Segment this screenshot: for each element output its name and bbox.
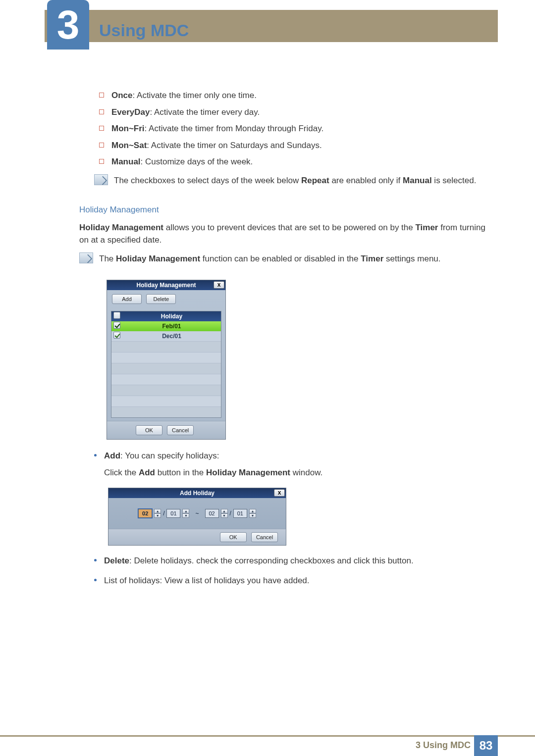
spin-up-icon: ▲ bbox=[182, 509, 189, 513]
note-manual-days: The checkboxes to select days of the wee… bbox=[94, 174, 493, 192]
timer-mode-item: Manual: Customize days of the week. bbox=[99, 155, 493, 168]
list-item: Add: You can specify holidays: Click the… bbox=[94, 450, 493, 546]
hm-toolbar: Add Delete bbox=[107, 290, 225, 308]
term: Delete bbox=[104, 556, 129, 565]
table-row-empty bbox=[111, 352, 221, 363]
table-row-empty bbox=[111, 374, 221, 385]
window-title-bar: Add Holiday x bbox=[108, 488, 286, 498]
spinner[interactable]: ▲▼ bbox=[221, 509, 228, 518]
window-title-bar: Holiday Management x bbox=[107, 280, 225, 290]
timer-mode-item: Mon~Sat: Activate the timer on Saturdays… bbox=[99, 139, 493, 152]
desc: : You can specify holidays: bbox=[120, 451, 219, 460]
note-text: The Holiday Management function can be e… bbox=[99, 252, 441, 265]
spinner[interactable]: ▲▼ bbox=[249, 509, 256, 518]
note-icon bbox=[79, 252, 93, 263]
row-checkbox[interactable] bbox=[113, 322, 120, 329]
spinner[interactable]: ▲▼ bbox=[182, 509, 189, 518]
spin-down-icon: ▼ bbox=[249, 513, 256, 518]
spin-down-icon: ▼ bbox=[154, 513, 161, 518]
spin-up-icon: ▲ bbox=[221, 509, 228, 513]
ok-button[interactable]: OK bbox=[136, 425, 162, 435]
footer-chapter-label: 3 Using MDC bbox=[416, 739, 471, 752]
term: Manual bbox=[111, 157, 141, 166]
table-row[interactable]: Dec/01 bbox=[111, 331, 221, 341]
desc: : Activate the timer from Monday through… bbox=[145, 124, 324, 133]
timer-mode-item: EveryDay: Activate the timer every day. bbox=[99, 106, 493, 119]
cancel-button[interactable]: Cancel bbox=[167, 425, 194, 435]
table-row[interactable]: Feb/01 bbox=[111, 321, 221, 331]
chapter-title: Using MDC bbox=[99, 18, 189, 43]
note-icon bbox=[94, 174, 108, 185]
timer-mode-list: Once: Activate the timer only one time. … bbox=[79, 89, 493, 168]
row-value: Feb/01 bbox=[122, 322, 221, 331]
holiday-table: Holiday Feb/01 Dec/01 bbox=[111, 311, 221, 418]
spinner[interactable]: ▲▼ bbox=[154, 509, 161, 518]
table-row-empty bbox=[111, 363, 221, 374]
to-day-input[interactable]: 01 bbox=[233, 509, 247, 518]
holiday-management-heading: Holiday Management bbox=[79, 203, 493, 216]
spin-down-icon: ▼ bbox=[182, 513, 189, 518]
desc: : Activate the timer every day. bbox=[150, 107, 260, 117]
add-substep: Click the Add button in the Holiday Mana… bbox=[104, 466, 493, 479]
note-hm-enable: The Holiday Management function can be e… bbox=[79, 252, 493, 270]
term: Mon~Fri bbox=[111, 124, 145, 133]
term: Mon~Sat bbox=[111, 141, 147, 150]
timer-mode-item: Once: Activate the timer only one time. bbox=[99, 89, 493, 102]
note-text: The checkboxes to select days of the wee… bbox=[114, 174, 476, 187]
term: EveryDay bbox=[111, 107, 150, 117]
cancel-button[interactable]: Cancel bbox=[251, 532, 278, 542]
add-holiday-window: Add Holiday x 02 ▲▼ / 01 ▲▼ ~ 02 ▲▼ / 01… bbox=[108, 488, 286, 546]
spin-up-icon: ▲ bbox=[154, 509, 161, 513]
date-range-row: 02 ▲▼ / 01 ▲▼ ~ 02 ▲▼ / 01 ▲▼ bbox=[108, 498, 286, 529]
from-month-input[interactable]: 02 bbox=[138, 509, 152, 518]
window-footer: OK Cancel bbox=[107, 421, 225, 439]
term: Add bbox=[104, 451, 120, 460]
table-header: Holiday bbox=[111, 311, 221, 321]
hm-actions-list: Add: You can specify holidays: Click the… bbox=[79, 450, 493, 587]
window-title: Add Holiday bbox=[180, 490, 214, 497]
spin-down-icon: ▼ bbox=[221, 513, 228, 518]
select-all-checkbox[interactable] bbox=[113, 312, 120, 319]
desc: List of holidays: View a list of holiday… bbox=[104, 576, 310, 585]
table-row-empty bbox=[111, 406, 221, 417]
desc: : Customize days of the week. bbox=[141, 157, 253, 166]
row-value: Dec/01 bbox=[122, 332, 221, 341]
term: Once bbox=[111, 91, 133, 100]
table-row-empty bbox=[111, 396, 221, 406]
window-footer: OK Cancel bbox=[108, 529, 286, 545]
timer-mode-item: Mon~Fri: Activate the timer from Monday … bbox=[99, 122, 493, 135]
from-day-input[interactable]: 01 bbox=[166, 509, 180, 518]
desc: : Delete holidays. check the correspondi… bbox=[129, 556, 414, 565]
column-holiday: Holiday bbox=[122, 312, 221, 321]
list-item: Delete: Delete holidays. check the corre… bbox=[94, 554, 493, 567]
to-month-input[interactable]: 02 bbox=[205, 509, 219, 518]
spin-up-icon: ▲ bbox=[249, 509, 256, 513]
window-title: Holiday Management bbox=[136, 282, 196, 289]
holiday-management-window: Holiday Management x Add Delete Holiday … bbox=[107, 280, 226, 440]
close-button[interactable]: x bbox=[214, 281, 224, 289]
holiday-management-desc: Holiday Management allows you to prevent… bbox=[79, 221, 493, 247]
delete-button[interactable]: Delete bbox=[146, 294, 176, 304]
desc: : Activate the timer only one time. bbox=[133, 91, 257, 100]
chapter-number-badge: 3 bbox=[47, 0, 89, 50]
slash: / bbox=[163, 509, 164, 518]
list-item: List of holidays: View a list of holiday… bbox=[94, 574, 493, 587]
desc: : Activate the timer on Saturdays and Su… bbox=[147, 141, 321, 150]
close-button[interactable]: x bbox=[274, 489, 285, 497]
page-footer: 3 Using MDC 83 bbox=[0, 735, 535, 756]
row-checkbox[interactable] bbox=[113, 332, 120, 339]
page-number: 83 bbox=[474, 735, 498, 756]
table-row-empty bbox=[111, 385, 221, 396]
page-content: Once: Activate the timer only one time. … bbox=[79, 89, 493, 594]
ok-button[interactable]: OK bbox=[220, 532, 247, 542]
add-button[interactable]: Add bbox=[112, 294, 142, 304]
table-row-empty bbox=[111, 341, 221, 352]
range-separator: ~ bbox=[191, 509, 203, 518]
slash: / bbox=[230, 509, 231, 518]
